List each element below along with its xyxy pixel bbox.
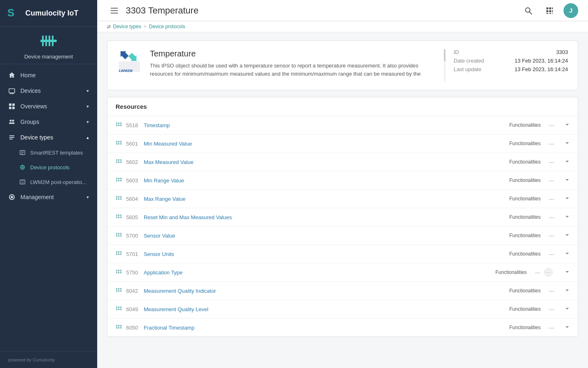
- sidebar-sub-lwm2m[interactable]: LWM2M post-operatio...: [0, 175, 97, 189]
- resource-item-dash: —: [549, 306, 554, 312]
- resource-item-functionalities[interactable]: Functionalities: [509, 122, 541, 128]
- resource-item-name: Fractional Timestamp: [144, 325, 194, 331]
- home-icon: [8, 72, 16, 79]
- topbar-title-section: 3303 Temperature: [107, 3, 198, 18]
- svg-rect-46: [552, 13, 553, 14]
- svg-rect-33: [111, 8, 118, 9]
- management-expand-icon: ▾: [87, 195, 89, 200]
- sidebar-item-device-types-label: Device types: [20, 134, 53, 141]
- resource-row[interactable]: 5601Min Measured ValueFunctionalities—: [107, 135, 578, 153]
- resource-row[interactable]: 5604Max Range ValueFunctionalities—: [107, 190, 578, 208]
- search-icon: [524, 7, 532, 15]
- svg-rect-9: [49, 42, 50, 46]
- resource-item-expand-icon[interactable]: [565, 325, 570, 331]
- resource-row[interactable]: 5518TimestampFunctionalities—: [107, 116, 578, 135]
- resource-item-icon: [116, 268, 122, 276]
- sidebar-item-device-types[interactable]: Device types ▴: [0, 130, 97, 145]
- resource-item-id: 5605: [126, 214, 138, 220]
- search-button[interactable]: [521, 3, 536, 18]
- device-mgmt-icon: [39, 35, 58, 51]
- sidebar-sub-device-protocols[interactable]: Device protocols: [0, 160, 97, 175]
- resource-item-expand-icon[interactable]: [565, 214, 570, 220]
- cumulocity-logo-icon: S: [7, 6, 21, 20]
- svg-text:LWM2M: LWM2M: [119, 69, 133, 73]
- sidebar-item-devices-label: Devices: [20, 88, 41, 94]
- management-icon: [8, 193, 16, 201]
- resource-item-expand-icon[interactable]: [565, 251, 570, 257]
- resource-item-icon: [116, 287, 122, 295]
- resource-item-functionalities[interactable]: Functionalities: [509, 214, 541, 220]
- resource-row[interactable]: 5701Sensor UnitsFunctionalities—: [107, 245, 578, 263]
- resource-item-expand-icon[interactable]: [565, 196, 570, 202]
- svg-rect-10: [52, 42, 53, 46]
- resource-item-functionalities[interactable]: Functionalities: [495, 269, 527, 275]
- resource-item-expand-icon[interactable]: [565, 233, 570, 239]
- header-card-scrollbar[interactable]: [444, 49, 445, 82]
- resource-item-dash: —: [549, 122, 554, 128]
- meta-id-label: ID: [454, 49, 459, 55]
- sidebar-item-overviews-label: Overviews: [20, 103, 47, 110]
- header-card: LWM2M Temperature This IPSO object shoul…: [107, 40, 578, 90]
- resource-item-dash: —: [535, 269, 540, 276]
- sidebar-item-overviews[interactable]: Overviews ▾: [0, 99, 97, 114]
- resource-row[interactable]: 5602Max Measured ValueFunctionalities—: [107, 153, 578, 171]
- breadcrumb-separator: >: [144, 24, 147, 29]
- resource-row[interactable]: 5603Min Range ValueFunctionalities—: [107, 171, 578, 190]
- resource-item-dash: —: [549, 141, 554, 147]
- sidebar-logo[interactable]: S Cumulocity IoT: [0, 0, 97, 27]
- svg-rect-35: [111, 13, 118, 13]
- resource-item-expand-icon[interactable]: [565, 122, 570, 128]
- resource-item-functionalities[interactable]: Functionalities: [509, 306, 541, 312]
- sidebar-item-groups[interactable]: Groups ▾: [0, 114, 97, 130]
- resource-row[interactable]: 6049Measurement Quality LevelFunctionali…: [107, 300, 578, 319]
- sidebar-item-home-label: Home: [20, 72, 36, 79]
- resources-card: Resources 5518TimestampFunctionalities— …: [107, 97, 578, 337]
- resource-item-expand-icon[interactable]: [565, 269, 570, 276]
- sidebar-sub-device-protocols-label: Device protocols: [30, 164, 69, 171]
- menu-toggle-button[interactable]: [107, 3, 122, 18]
- resource-item-expand-icon[interactable]: [565, 177, 570, 184]
- resource-item-functionalities[interactable]: Functionalities: [509, 233, 541, 238]
- device-types-collapse-icon: ▴: [87, 135, 89, 140]
- device-types-icon: [8, 134, 16, 141]
- resource-row[interactable]: 6050Fractional TimestampFunctionalities—: [107, 319, 578, 337]
- resource-item-functionalities[interactable]: Functionalities: [509, 196, 541, 202]
- resource-item-expand-icon[interactable]: [565, 141, 570, 147]
- resource-item-id: 5750: [126, 269, 138, 276]
- header-card-title: Temperature: [150, 49, 436, 58]
- sidebar-item-management-label: Management: [20, 194, 54, 200]
- sidebar-item-home[interactable]: Home: [0, 67, 97, 83]
- resource-row[interactable]: 5750Application TypeFunctionalities—: [107, 263, 578, 282]
- topbar: 3303 Temperature J: [97, 0, 588, 21]
- meta-id-value: 3303: [556, 49, 568, 55]
- sidebar-sub-smartrest-label: SmartREST templates: [30, 150, 83, 156]
- resource-item-functionalities[interactable]: Functionalities: [509, 325, 541, 330]
- resource-row[interactable]: 5605Reset Min and Max Measured ValuesFun…: [107, 208, 578, 227]
- svg-rect-5: [52, 36, 53, 40]
- resource-item-functionalities[interactable]: Functionalities: [509, 141, 541, 146]
- svg-text:S: S: [7, 7, 14, 19]
- resource-item-functionalities[interactable]: Functionalities: [509, 177, 541, 183]
- apps-button[interactable]: [542, 3, 557, 18]
- svg-point-19: [10, 120, 12, 122]
- sidebar-item-management[interactable]: Management ▾: [0, 189, 97, 205]
- user-avatar[interactable]: J: [564, 3, 578, 18]
- svg-rect-3: [45, 36, 47, 40]
- svg-rect-39: [549, 7, 551, 9]
- resource-item-functionalities[interactable]: Functionalities: [509, 288, 541, 294]
- svg-rect-42: [549, 10, 551, 12]
- resource-item-expand-icon[interactable]: [565, 288, 570, 294]
- sidebar-item-devices[interactable]: Devices ▾: [0, 83, 97, 99]
- resource-row[interactable]: 5700Sensor ValueFunctionalities—: [107, 227, 578, 245]
- breadcrumb-current[interactable]: Device protocols: [149, 24, 185, 29]
- svg-rect-11: [9, 89, 15, 93]
- breadcrumb-parent[interactable]: Device types: [113, 24, 141, 29]
- resource-item-functionalities[interactable]: Functionalities: [509, 251, 541, 257]
- resources-list: 5518TimestampFunctionalities— 5601Min Me…: [107, 116, 578, 337]
- resource-item-expand-icon[interactable]: [565, 306, 570, 312]
- sidebar-sub-smartrest[interactable]: SmartREST templates: [0, 145, 97, 160]
- resource-row[interactable]: 6042Measurement Quality IndicatorFunctio…: [107, 282, 578, 300]
- resource-item-functionalities[interactable]: Functionalities: [509, 159, 541, 165]
- resource-item-expand-icon[interactable]: [565, 159, 570, 165]
- device-protocols-icon: [19, 164, 26, 171]
